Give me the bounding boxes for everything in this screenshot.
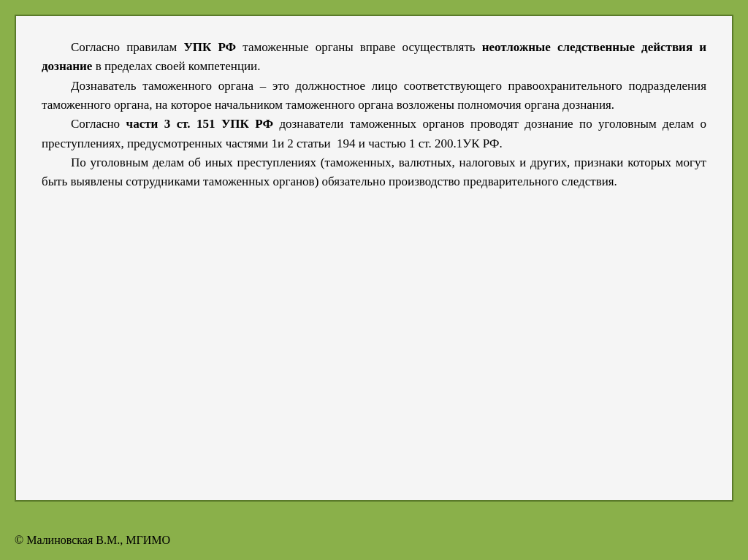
bold-article: части 3 ст. 151 УПК РФ xyxy=(126,117,273,131)
paragraph-4: По уголовным делам об иных преступлениях… xyxy=(42,153,706,192)
bold-upk-rf: УПК РФ xyxy=(183,40,236,54)
content-box: Согласно правилам УПК РФ таможенные орга… xyxy=(15,15,733,502)
paragraph-1: Согласно правилам УПК РФ таможенные орга… xyxy=(42,38,706,77)
copyright-text: © Малиновская В.М., МГИМО xyxy=(15,534,170,547)
bottom-divider xyxy=(15,518,733,520)
text-content: Согласно правилам УПК РФ таможенные орга… xyxy=(42,38,706,192)
paragraph-3: Согласно части 3 ст. 151 УПК РФ дознават… xyxy=(42,115,706,153)
bold-actions: неотложные следственные действия и дозна… xyxy=(42,40,706,73)
paragraph-2: Дознаватель таможенного органа – это дол… xyxy=(42,77,706,115)
